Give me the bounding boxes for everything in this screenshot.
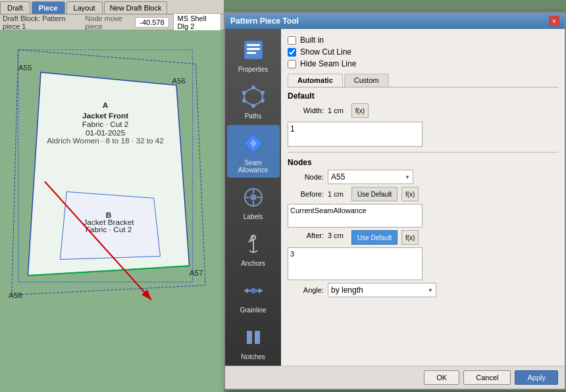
angle-select-arrow: ▼ [428, 287, 433, 293]
tab-piece[interactable]: Piece [32, 1, 65, 14]
notches-label: Notches [241, 353, 265, 360]
content-tabs-row: Automatic Custom [288, 74, 558, 87]
width-value: 1 cm [328, 107, 347, 114]
before-formula-row [288, 204, 558, 228]
after-label: After: [288, 232, 324, 239]
seam-allowance-icon [239, 129, 268, 158]
svg-point-33 [250, 194, 257, 201]
after-formula-button[interactable]: f(x) [401, 230, 419, 245]
svg-text:Aldrich Women · 8 to 18 · 32 t: Aldrich Women · 8 to 18 · 32 to 42 [47, 136, 164, 145]
built-in-row: Built in [288, 36, 558, 45]
built-in-label: Built in [300, 36, 324, 45]
apply-button[interactable]: Apply [515, 370, 558, 385]
width-formula-button[interactable]: f(x) [351, 103, 369, 118]
properties-label: Properties [238, 66, 269, 73]
svg-marker-41 [244, 288, 248, 293]
before-value: 1 cm [328, 190, 347, 198]
svg-text:A56: A56 [172, 76, 186, 85]
tab-custom[interactable]: Custom [344, 74, 389, 87]
after-value: 3 cm [328, 232, 347, 239]
show-cut-line-label: Show Cut Line [300, 47, 351, 57]
dialog-title: Pattern Piece Tool [230, 16, 299, 26]
use-default-after-button[interactable]: Use Default [351, 230, 398, 245]
seam-allowance-label: Seam Allowance [230, 159, 277, 174]
dialog-close-button[interactable]: × [549, 16, 559, 26]
pattern-piece-dialog: Pattern Piece Tool × Properties [224, 12, 566, 390]
after-row: After: 3 cm Use Default f(x) [288, 230, 558, 245]
svg-rect-20 [247, 44, 260, 46]
angle-label: Angle: [288, 286, 324, 294]
properties-icon [239, 36, 268, 64]
hide-seam-line-checkbox[interactable] [288, 60, 296, 68]
grainline-icon [239, 276, 268, 305]
angle-row: Angle: by length ▼ [288, 283, 558, 297]
node-move-label: Node move piece [85, 14, 131, 30]
svg-marker-42 [259, 288, 263, 293]
sidebar-item-properties[interactable]: Properties [227, 32, 280, 77]
svg-text:A58: A58 [9, 291, 22, 299]
toolbar-strip: Draft Block: Pattern piece 1 Node move p… [0, 14, 224, 30]
after-input[interactable] [288, 247, 423, 280]
pattern-piece-svg: A Jacket Front Fabric · Cut 2 01-01-2025… [3, 37, 214, 379]
angle-select-value: by length [331, 285, 363, 295]
paths-label: Paths [245, 112, 262, 120]
sidebar-item-notches[interactable]: Notches [227, 319, 280, 364]
sidebar-item-anchors[interactable]: Anchors [227, 226, 280, 271]
svg-text:Jacket Front: Jacket Front [82, 111, 128, 120]
svg-rect-22 [247, 52, 256, 54]
grainline-label: Grainline [240, 306, 266, 314]
svg-point-38 [251, 235, 255, 239]
svg-point-25 [261, 91, 265, 95]
tab-draft[interactable]: Draft [0, 1, 30, 14]
svg-marker-23 [244, 87, 263, 106]
draft-block-label: Draft Block: Pattern piece 1 [3, 14, 74, 30]
hide-seam-line-row: Hide Seam Line [288, 59, 558, 68]
nodes-section-title: Nodes [288, 158, 558, 167]
svg-text:A55: A55 [18, 63, 32, 72]
width-row: Width: 1 cm f(x) [288, 103, 558, 118]
notches-icon [239, 323, 268, 352]
show-cut-line-checkbox[interactable] [288, 48, 296, 57]
svg-rect-21 [247, 48, 260, 50]
nodes-section: Nodes Node: A55 ▼ Before: 1 cm Use Defau… [288, 158, 558, 297]
angle-select[interactable]: by length ▼ [328, 283, 436, 297]
dialog-footer: OK Cancel Apply [225, 366, 565, 389]
width-input[interactable] [288, 122, 423, 147]
tab-automatic[interactable]: Automatic [288, 74, 343, 87]
svg-text:A57: A57 [190, 268, 203, 277]
width-input-row [288, 120, 558, 147]
show-cut-line-row: Show Cut Line [288, 47, 558, 57]
sidebar-item-paths[interactable]: Paths [227, 78, 280, 124]
paths-icon [239, 82, 268, 111]
tab-new-draft-block[interactable]: New Draft Block [104, 1, 168, 14]
tab-layout[interactable]: Layout [66, 1, 103, 14]
anchors-icon [239, 230, 268, 258]
zoom-value[interactable]: -40.578 [135, 17, 168, 28]
svg-point-24 [251, 86, 255, 89]
separator-1 [288, 152, 558, 153]
before-formula-input[interactable] [288, 204, 423, 228]
use-default-before-button[interactable]: Use Default [351, 187, 398, 201]
dialog-body: Properties Paths [225, 29, 565, 366]
sidebar-item-labels[interactable]: Labels [227, 179, 280, 224]
node-select-arrow: ▼ [405, 174, 410, 180]
anchors-label: Anchors [241, 260, 265, 267]
width-label: Width: [288, 107, 324, 114]
dialog-content: Built in Show Cut Line Hide Seam Line Au… [281, 29, 565, 366]
built-in-checkbox[interactable] [288, 36, 296, 45]
svg-point-40 [251, 288, 256, 293]
before-row: Before: 1 cm Use Default f(x) [288, 187, 558, 201]
before-label: Before: [288, 190, 324, 198]
sidebar-item-grainline[interactable]: Grainline [227, 272, 280, 318]
ok-button[interactable]: OK [424, 370, 459, 385]
canvas-area: Draft Piece Layout New Draft Block Draft… [0, 0, 224, 392]
sidebar-item-seam-allowance[interactable]: Seam Allowance [227, 125, 280, 178]
drawing-canvas: A Jacket Front Fabric · Cut 2 01-01-2025… [0, 30, 224, 392]
node-select[interactable]: A55 ▼ [328, 170, 413, 184]
cancel-button[interactable]: Cancel [463, 370, 511, 385]
font-label[interactable]: MS Shell Dlg 2 [173, 13, 221, 32]
svg-text:Fabric · Cut 2: Fabric · Cut 2 [82, 120, 129, 128]
before-formula-button[interactable]: f(x) [401, 187, 419, 201]
dialog-titlebar: Pattern Piece Tool × [225, 13, 565, 29]
after-input-row [288, 247, 558, 280]
